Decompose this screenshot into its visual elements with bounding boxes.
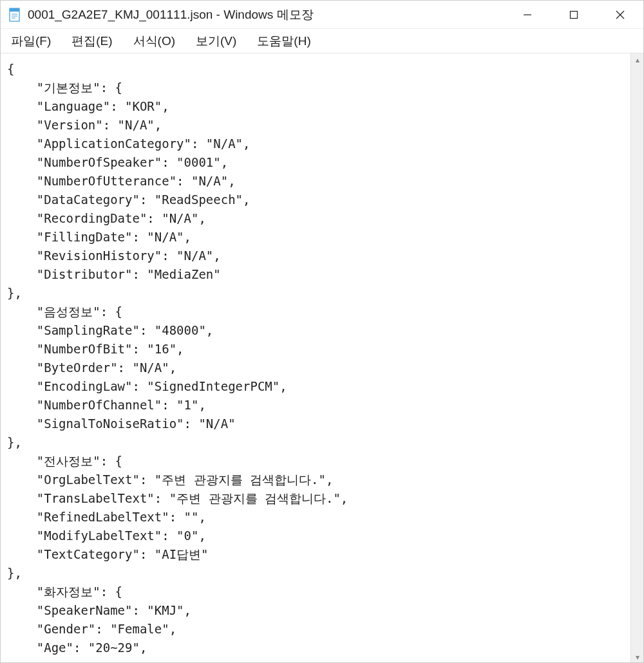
text-editor[interactable]: { "기본정보": { "Language": "KOR", "Version"… <box>1 53 630 663</box>
svg-rect-1 <box>10 8 19 12</box>
maximize-button[interactable] <box>551 1 597 29</box>
line: "RevisionHistory": "N/A", <box>7 248 221 263</box>
line: "음성정보": { <box>7 304 122 319</box>
line: }, <box>7 435 22 449</box>
scroll-up-icon[interactable]: ▴ <box>631 53 643 66</box>
close-button[interactable] <box>597 1 643 29</box>
menu-format[interactable]: 서식(O) <box>129 30 179 52</box>
titlebar: 0001_G2A2E7_KMJ_001111.json - Windows 메모… <box>1 1 643 29</box>
svg-rect-6 <box>571 11 578 18</box>
line: "ModifyLabelText": "0", <box>7 528 206 543</box>
line: }, <box>7 286 22 300</box>
minimize-button[interactable] <box>504 1 551 29</box>
vertical-scrollbar[interactable]: ▴ ▾ <box>630 53 643 663</box>
line: "OrgLabelText": "주변 관광지를 검색합니다.", <box>7 472 333 487</box>
notepad-icon <box>8 8 21 22</box>
scroll-down-icon[interactable]: ▾ <box>631 651 643 663</box>
window-title: 0001_G2A2E7_KMJ_001111.json - Windows 메모… <box>28 6 504 23</box>
line: "기본정보": { <box>7 80 122 95</box>
line: "Age": "20~29", <box>7 640 147 655</box>
line: "전사정보": { <box>7 454 122 468</box>
line: "EncodingLaw": "SignedIntegerPCM", <box>7 379 287 393</box>
line: "DataCategory": "ReadSpeech", <box>7 192 251 207</box>
menu-file[interactable]: 파일(F) <box>7 30 55 52</box>
line: "SignalToNoiseRatio": "N/A" <box>7 416 236 431</box>
editor-area: { "기본정보": { "Language": "KOR", "Version"… <box>1 53 643 663</box>
menubar: 파일(F) 편집(E) 서식(O) 보기(V) 도움말(H) <box>1 29 643 53</box>
line: "Language": "KOR", <box>7 99 169 113</box>
line: { <box>7 62 14 76</box>
menu-view[interactable]: 보기(V) <box>192 30 240 52</box>
line: "ByteOrder": "N/A", <box>7 360 176 375</box>
line: }, <box>7 566 22 580</box>
line: "Distributor": "MediaZen" <box>7 267 221 281</box>
line: "RecordingDate": "N/A", <box>7 211 206 225</box>
menu-help[interactable]: 도움말(H) <box>253 30 314 52</box>
line: "Version": "N/A", <box>7 118 162 132</box>
line: "SpeakerName": "KMJ", <box>7 603 191 617</box>
line: "화자정보": { <box>7 584 122 599</box>
window-controls <box>504 1 643 28</box>
line: "Gender": "Female", <box>7 622 176 636</box>
line: "ApplicationCategory": "N/A", <box>7 136 251 151</box>
line: "TextCategory": "AI답변" <box>7 547 209 561</box>
menu-edit[interactable]: 편집(E) <box>68 30 116 52</box>
line: "TransLabelText": "주변 관광지를 검색합니다.", <box>7 491 348 505</box>
line: "NumberOfBit": "16", <box>7 342 184 356</box>
line: "SamplingRate": "48000", <box>7 323 213 337</box>
line: "NumberOfSpeaker": "0001", <box>7 155 228 169</box>
line: "NumberOfUtterance": "N/A", <box>7 174 236 188</box>
line: "RefinedLabelText": "", <box>7 510 206 524</box>
line: "FillingDate": "N/A", <box>7 230 191 244</box>
line: "NumberOfChannel": "1", <box>7 398 206 412</box>
